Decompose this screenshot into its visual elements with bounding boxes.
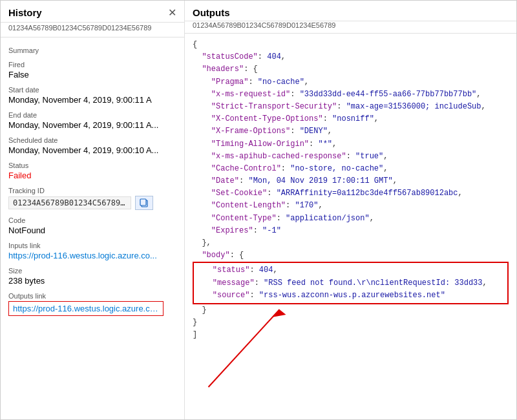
json-line-3: "headers": { [193,63,509,76]
end-date-value: Monday, November 4, 2019, 9:00:11 A... [8,120,176,130]
start-date-value: Monday, November 4, 2019, 9:00:11 A [8,95,176,105]
json-line-18: "body": { [193,249,509,262]
code-label: Code [8,216,176,224]
fired-label: Fired [8,61,176,68]
json-line-2: "statusCode": 404, [193,51,509,63]
scheduled-date-label: Scheduled date [8,136,176,144]
history-title: History [8,7,42,18]
size-label: Size [8,267,176,275]
summary-label: Summary [8,47,176,54]
json-line-13: "Set-Cookie": "ARRAffinity=0a112bc3de4ff… [193,187,509,200]
json-line-4: "Pragma": "no-cache", [193,76,509,89]
json-line-12: "Date": "Mon, 04 Nov 2019 17:00:11 GMT", [193,175,509,187]
inputs-link-label: Inputs link [8,242,176,249]
json-line-24: ] [193,329,509,341]
json-line-20: "message": "RSS feed not found.\r\nclien… [194,277,507,289]
json-line-9: "Timing-Allow-Origin": "*", [193,138,509,151]
end-date-label: End date [8,111,176,119]
close-button[interactable]: ✕ [168,8,176,18]
tracking-id-label: Tracking ID [8,187,176,194]
inputs-link[interactable]: https://prod-116.westus.logic.azure.co..… [8,251,164,260]
json-line-16: "Expires": "-1" [193,225,509,237]
outputs-id: 01234A56789B01234C56789D01234E56789 [185,21,516,34]
json-line-11: "Cache-Control": "no-store, no-cache", [193,163,509,175]
status-label: Status [8,162,176,169]
json-line-19: "status": 404, [194,264,507,277]
json-line-5: "x-ms-request-id": "33dd33dd-ee44-ff55-a… [193,89,509,101]
code-value: NotFound [8,226,176,235]
info-section: Summary Fired False Start date Monday, N… [1,37,184,322]
copy-button[interactable] [135,196,153,210]
status-value: Failed [8,171,176,180]
start-date-label: Start date [8,86,176,94]
json-output[interactable]: { "statusCode": 404, "headers": { "Pragm… [185,34,516,419]
json-line-23: } [193,317,509,329]
json-line-14: "Content-Length": "170", [193,200,509,212]
highlight-body-section: "status": 404, "message": "RSS feed not … [193,262,509,304]
outputs-header: Outputs [185,1,516,21]
size-value: 238 bytes [8,276,176,286]
history-id: 01234A56789B01234C56789D01234E56789 [1,23,184,37]
outputs-link-label: Outputs link [8,292,176,300]
history-panel: History ✕ 01234A56789B01234C56789D01234E… [1,1,185,419]
json-line-22: } [193,304,509,317]
scheduled-date-value: Monday, November 4, 2019, 9:00:10 A... [8,145,176,155]
svg-rect-1 [140,199,146,205]
json-line-6: "Strict-Transport-Security": "max-age=31… [193,101,509,113]
outputs-title: Outputs [193,7,509,18]
json-line-1: { [193,39,509,51]
outputs-panel: Outputs 01234A56789B01234C56789D01234E56… [185,1,516,419]
tracking-id-row: 01234A56789B01234C56789D012... [8,196,176,210]
fired-value: False [8,70,176,79]
copy-icon [139,198,149,208]
json-line-21: "source": "rss-wus.azconn-wus.p.azureweb… [194,289,507,302]
history-header: History ✕ [1,1,184,23]
json-line-15: "Content-Type": "application/json", [193,213,509,225]
json-line-7: "X-Content-Type-Options": "nosniff", [193,113,509,125]
outputs-link-box: https://prod-116.westus.logic.azure.co..… [8,301,164,316]
outputs-link[interactable]: https://prod-116.westus.logic.azure.co..… [13,304,159,313]
json-line-10: "x-ms-apihub-cached-response": "true", [193,151,509,163]
json-line-17: }, [193,237,509,249]
tracking-id-box: 01234A56789B01234C56789D012... [8,196,131,209]
json-line-8: "X-Frame-Options": "DENY", [193,125,509,138]
